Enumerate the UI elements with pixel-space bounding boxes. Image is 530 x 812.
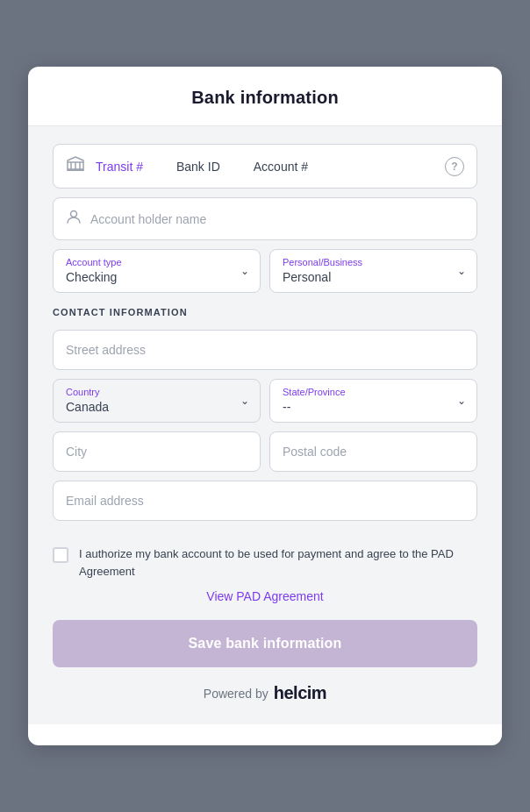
authorization-checkbox[interactable] [53, 547, 68, 563]
card-body: Transit # Bank ID Account # ? Account ty… [28, 126, 502, 724]
personal-business-select-wrapper[interactable]: Personal/Business Personal ⌄ Personal Bu… [269, 249, 477, 293]
contact-info-title: CONTACT INFORMATION [53, 307, 477, 317]
city-input[interactable] [53, 431, 261, 472]
page-title: Bank information [56, 88, 474, 108]
country-state-row: Country Canada ⌄ Canada State/Province -… [53, 379, 477, 423]
account-holder-field[interactable] [53, 197, 477, 240]
transit-field-label[interactable]: Transit # [96, 160, 159, 174]
bank-id-field-label[interactable]: Bank ID [159, 160, 236, 174]
street-address-input[interactable] [53, 330, 477, 370]
city-postal-row [53, 431, 477, 472]
account-type-row: Account type Checking ⌄ Checking Savings… [53, 249, 477, 293]
pad-agreement-link[interactable]: View PAD Agreement [206, 589, 323, 603]
svg-point-1 [71, 211, 77, 217]
svg-rect-0 [67, 169, 84, 171]
bank-information-card: Bank information Transit # Bank ID Accou… [28, 67, 502, 745]
powered-by-text: Powered by [204, 687, 269, 701]
authorization-text: I authorize my bank account to be used f… [79, 545, 477, 580]
country-select-wrapper[interactable]: Country Canada ⌄ Canada [53, 379, 261, 423]
footer: Powered by helcim [53, 667, 477, 703]
postal-input[interactable] [269, 431, 477, 472]
account-field-label[interactable]: Account # [236, 160, 324, 174]
bank-fields-group: Transit # Bank ID Account # [96, 160, 445, 174]
bank-icon [66, 155, 85, 177]
person-icon [66, 209, 82, 229]
state-select-wrapper[interactable]: State/Province -- ⌄ -- [269, 379, 477, 423]
save-bank-information-button[interactable]: Save bank information [53, 620, 477, 667]
helcim-logo: helcim [274, 683, 326, 703]
account-type-select-wrapper[interactable]: Account type Checking ⌄ Checking Savings [53, 249, 261, 293]
email-input[interactable] [53, 481, 477, 521]
account-holder-input[interactable] [90, 212, 464, 226]
contact-info-section: CONTACT INFORMATION Country Canada ⌄ Can… [53, 307, 477, 530]
help-icon[interactable]: ? [445, 157, 464, 176]
bank-routing-row[interactable]: Transit # Bank ID Account # ? [53, 144, 477, 189]
card-header: Bank information [28, 67, 502, 126]
pad-link-container: View PAD Agreement [53, 588, 477, 604]
authorization-section: I authorize my bank account to be used f… [53, 545, 477, 580]
